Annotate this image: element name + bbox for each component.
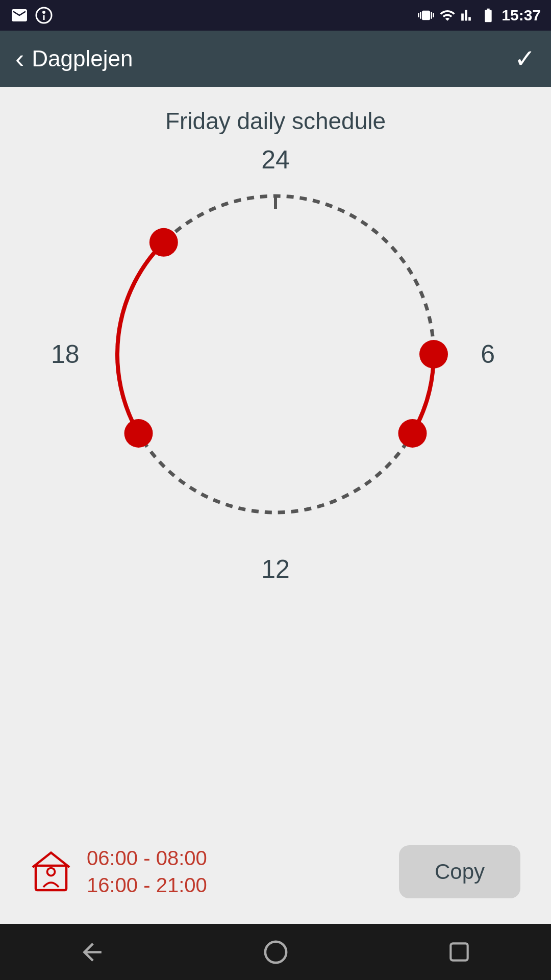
svg-rect-5 <box>36 866 66 890</box>
back-nav-button[interactable] <box>71 932 112 972</box>
signal-icon <box>461 8 475 22</box>
clock-label-6: 6 <box>481 339 495 369</box>
clock-time: 15:37 <box>502 7 541 24</box>
svg-rect-8 <box>450 943 467 960</box>
clock-label-24: 24 <box>261 145 290 175</box>
home-nav-button[interactable] <box>255 932 296 972</box>
vibrate-icon <box>418 7 434 23</box>
main-content: Friday daily schedule 24 18 6 12 <box>0 87 551 924</box>
clock-svg <box>82 160 469 548</box>
handle-06 <box>419 340 448 369</box>
recents-nav-button[interactable] <box>439 932 480 972</box>
clock-label-18: 18 <box>51 339 80 369</box>
handle-16 <box>124 419 153 448</box>
navbar: ‹ Dagplejen ✓ <box>0 31 551 87</box>
status-bar-left <box>10 6 53 24</box>
handle-08 <box>398 419 427 448</box>
svg-point-7 <box>265 941 286 962</box>
battery-icon <box>480 7 496 23</box>
svg-point-6 <box>47 868 55 876</box>
bottom-nav <box>0 924 551 980</box>
back-chevron-icon: ‹ <box>15 43 24 74</box>
confirm-button[interactable]: ✓ <box>514 44 536 74</box>
clock-container: 24 18 6 12 <box>82 160 469 548</box>
status-bar-right: 15:37 <box>418 7 541 24</box>
gmail-icon <box>10 6 29 24</box>
clock-label-12: 12 <box>261 554 290 584</box>
home-person-icon <box>31 849 71 895</box>
schedule-info: 06:00 - 08:00 16:00 - 21:00 <box>31 847 207 897</box>
handle-21 <box>149 228 178 257</box>
app-icon <box>35 6 53 24</box>
time-range-1: 06:00 - 08:00 <box>87 847 207 870</box>
navbar-title: Dagplejen <box>32 46 133 71</box>
status-bar: 15:37 <box>0 0 551 31</box>
time-range-2: 16:00 - 21:00 <box>87 874 207 897</box>
svg-point-1 <box>42 11 45 14</box>
page-title: Friday daily schedule <box>165 107 386 135</box>
schedule-times: 06:00 - 08:00 16:00 - 21:00 <box>87 847 207 897</box>
wifi-icon <box>439 7 456 23</box>
bottom-section: 06:00 - 08:00 16:00 - 21:00 Copy <box>0 820 551 924</box>
copy-button[interactable]: Copy <box>399 845 520 898</box>
back-button[interactable]: ‹ Dagplejen <box>15 43 133 74</box>
